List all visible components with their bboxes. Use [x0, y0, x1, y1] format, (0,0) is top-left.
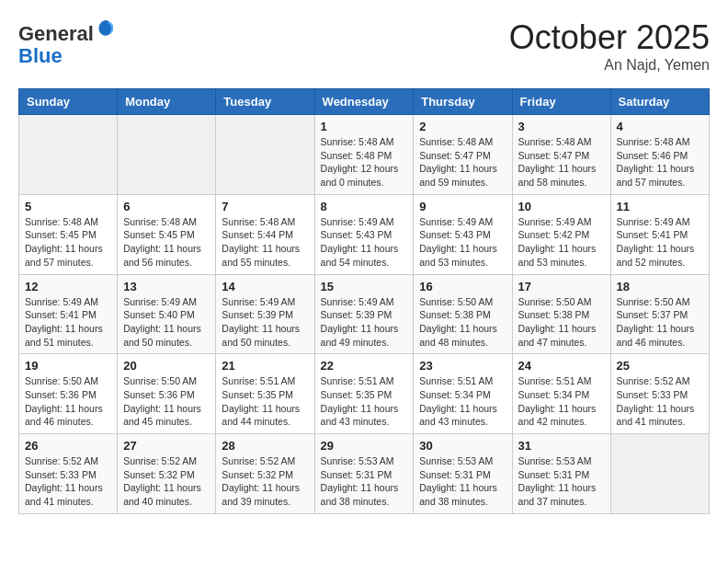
day-info: Sunrise: 5:50 AMSunset: 5:36 PMDaylight:… [123, 374, 210, 429]
week-row-3: 12Sunrise: 5:49 AMSunset: 5:41 PMDayligh… [19, 274, 710, 354]
week-row-5: 26Sunrise: 5:52 AMSunset: 5:33 PMDayligh… [19, 434, 710, 514]
day-info: Sunrise: 5:50 AMSunset: 5:38 PMDaylight:… [518, 295, 605, 350]
day-info: Sunrise: 5:52 AMSunset: 5:32 PMDaylight:… [222, 454, 308, 509]
calendar-table: SundayMondayTuesdayWednesdayThursdayFrid… [18, 88, 710, 514]
calendar-cell: 11Sunrise: 5:49 AMSunset: 5:41 PMDayligh… [610, 194, 709, 274]
day-info: Sunrise: 5:48 AMSunset: 5:45 PMDaylight:… [25, 215, 111, 270]
calendar-cell: 12Sunrise: 5:49 AMSunset: 5:41 PMDayligh… [19, 274, 118, 354]
day-info: Sunrise: 5:50 AMSunset: 5:36 PMDaylight:… [25, 374, 111, 429]
day-number: 1 [321, 120, 408, 133]
calendar-cell: 23Sunrise: 5:51 AMSunset: 5:34 PMDayligh… [414, 354, 512, 434]
calendar-cell [118, 115, 216, 195]
calendar-cell: 13Sunrise: 5:49 AMSunset: 5:40 PMDayligh… [118, 274, 216, 354]
day-info: Sunrise: 5:49 AMSunset: 5:41 PMDaylight:… [617, 215, 703, 270]
day-info: Sunrise: 5:49 AMSunset: 5:40 PMDaylight:… [123, 295, 210, 350]
day-number: 15 [321, 280, 408, 293]
calendar-cell: 14Sunrise: 5:49 AMSunset: 5:39 PMDayligh… [216, 274, 314, 354]
day-number: 9 [419, 200, 506, 213]
day-info: Sunrise: 5:48 AMSunset: 5:48 PMDaylight:… [321, 135, 408, 190]
day-number: 24 [518, 359, 605, 373]
calendar-cell: 10Sunrise: 5:49 AMSunset: 5:42 PMDayligh… [512, 194, 610, 274]
day-number: 12 [25, 280, 111, 293]
weekday-header-tuesday: Tuesday [216, 89, 314, 115]
day-info: Sunrise: 5:51 AMSunset: 5:34 PMDaylight:… [518, 374, 605, 429]
calendar-cell [19, 115, 118, 195]
calendar-cell: 31Sunrise: 5:53 AMSunset: 5:31 PMDayligh… [512, 434, 610, 514]
day-info: Sunrise: 5:49 AMSunset: 5:39 PMDaylight:… [321, 295, 408, 350]
location: An Najd, Yemen [509, 57, 710, 74]
day-info: Sunrise: 5:53 AMSunset: 5:31 PMDaylight:… [321, 454, 408, 509]
day-number: 22 [321, 359, 408, 373]
weekday-header-monday: Monday [118, 89, 216, 115]
day-info: Sunrise: 5:52 AMSunset: 5:33 PMDaylight:… [25, 454, 111, 509]
calendar-cell [610, 434, 709, 514]
day-info: Sunrise: 5:50 AMSunset: 5:37 PMDaylight:… [617, 295, 703, 350]
day-number: 14 [222, 280, 308, 293]
page-header: General Blue October 2025 An Najd, Yemen [18, 18, 710, 74]
day-info: Sunrise: 5:51 AMSunset: 5:34 PMDaylight:… [419, 374, 506, 429]
calendar-cell: 25Sunrise: 5:52 AMSunset: 5:33 PMDayligh… [610, 354, 709, 434]
day-number: 21 [222, 359, 308, 373]
day-number: 30 [419, 439, 506, 453]
weekday-header-friday: Friday [512, 89, 610, 115]
day-number: 19 [25, 359, 111, 373]
calendar-cell: 2Sunrise: 5:48 AMSunset: 5:47 PMDaylight… [414, 115, 512, 195]
logo-blue: Blue [18, 44, 63, 67]
day-number: 4 [617, 120, 703, 133]
day-number: 20 [123, 359, 210, 373]
day-info: Sunrise: 5:52 AMSunset: 5:32 PMDaylight:… [123, 454, 210, 509]
weekday-header-sunday: Sunday [19, 89, 118, 115]
calendar-cell [216, 115, 314, 195]
day-number: 25 [617, 359, 703, 373]
day-number: 16 [419, 280, 506, 293]
logo-icon [96, 18, 118, 40]
weekday-header-wednesday: Wednesday [314, 89, 414, 115]
calendar-cell: 7Sunrise: 5:48 AMSunset: 5:44 PMDaylight… [216, 194, 314, 274]
day-info: Sunrise: 5:51 AMSunset: 5:35 PMDaylight:… [222, 374, 308, 429]
calendar-cell: 15Sunrise: 5:49 AMSunset: 5:39 PMDayligh… [314, 274, 414, 354]
calendar-cell: 5Sunrise: 5:48 AMSunset: 5:45 PMDaylight… [19, 194, 118, 274]
weekday-header-row: SundayMondayTuesdayWednesdayThursdayFrid… [19, 89, 710, 115]
day-info: Sunrise: 5:53 AMSunset: 5:31 PMDaylight:… [518, 454, 605, 509]
day-number: 17 [518, 280, 605, 293]
month-title: October 2025 [509, 18, 710, 57]
day-number: 10 [518, 200, 605, 213]
day-number: 26 [25, 439, 111, 453]
day-number: 31 [518, 439, 605, 453]
calendar-cell: 18Sunrise: 5:50 AMSunset: 5:37 PMDayligh… [610, 274, 709, 354]
day-info: Sunrise: 5:48 AMSunset: 5:44 PMDaylight:… [222, 215, 308, 270]
day-info: Sunrise: 5:49 AMSunset: 5:43 PMDaylight:… [321, 215, 408, 270]
calendar-cell: 1Sunrise: 5:48 AMSunset: 5:48 PMDaylight… [314, 115, 414, 195]
calendar-cell: 27Sunrise: 5:52 AMSunset: 5:32 PMDayligh… [118, 434, 216, 514]
logo-general: General [18, 22, 94, 45]
day-info: Sunrise: 5:48 AMSunset: 5:47 PMDaylight:… [419, 135, 506, 190]
day-number: 6 [123, 200, 210, 213]
calendar-cell: 4Sunrise: 5:48 AMSunset: 5:46 PMDaylight… [610, 115, 709, 195]
day-info: Sunrise: 5:51 AMSunset: 5:35 PMDaylight:… [321, 374, 408, 429]
calendar-cell: 24Sunrise: 5:51 AMSunset: 5:34 PMDayligh… [512, 354, 610, 434]
day-info: Sunrise: 5:50 AMSunset: 5:38 PMDaylight:… [419, 295, 506, 350]
day-number: 7 [222, 200, 308, 213]
calendar-cell: 26Sunrise: 5:52 AMSunset: 5:33 PMDayligh… [19, 434, 118, 514]
day-info: Sunrise: 5:48 AMSunset: 5:46 PMDaylight:… [617, 135, 703, 190]
calendar-cell: 19Sunrise: 5:50 AMSunset: 5:36 PMDayligh… [19, 354, 118, 434]
day-info: Sunrise: 5:49 AMSunset: 5:39 PMDaylight:… [222, 295, 308, 350]
day-number: 29 [321, 439, 408, 453]
calendar-cell: 28Sunrise: 5:52 AMSunset: 5:32 PMDayligh… [216, 434, 314, 514]
calendar-cell: 21Sunrise: 5:51 AMSunset: 5:35 PMDayligh… [216, 354, 314, 434]
week-row-1: 1Sunrise: 5:48 AMSunset: 5:48 PMDaylight… [19, 115, 710, 195]
day-info: Sunrise: 5:52 AMSunset: 5:33 PMDaylight:… [617, 374, 703, 429]
day-info: Sunrise: 5:48 AMSunset: 5:47 PMDaylight:… [518, 135, 605, 190]
day-number: 27 [123, 439, 210, 453]
day-info: Sunrise: 5:49 AMSunset: 5:43 PMDaylight:… [419, 215, 506, 270]
calendar-cell: 30Sunrise: 5:53 AMSunset: 5:31 PMDayligh… [414, 434, 512, 514]
week-row-4: 19Sunrise: 5:50 AMSunset: 5:36 PMDayligh… [19, 354, 710, 434]
calendar-cell: 22Sunrise: 5:51 AMSunset: 5:35 PMDayligh… [314, 354, 414, 434]
day-number: 2 [419, 120, 506, 133]
day-number: 13 [123, 280, 210, 293]
calendar-cell: 8Sunrise: 5:49 AMSunset: 5:43 PMDaylight… [314, 194, 414, 274]
day-number: 23 [419, 359, 506, 373]
calendar-cell: 20Sunrise: 5:50 AMSunset: 5:36 PMDayligh… [118, 354, 216, 434]
calendar-cell: 29Sunrise: 5:53 AMSunset: 5:31 PMDayligh… [314, 434, 414, 514]
calendar-cell: 3Sunrise: 5:48 AMSunset: 5:47 PMDaylight… [512, 115, 610, 195]
